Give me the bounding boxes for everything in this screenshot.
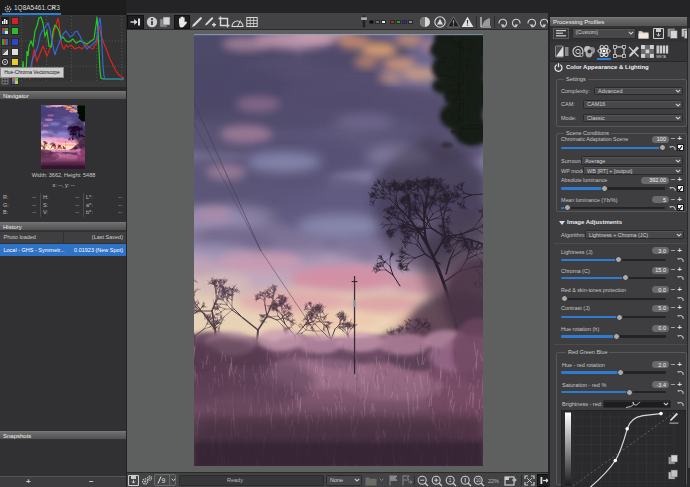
svg-text:9: 9 (162, 477, 166, 484)
svg-text:1: 1 (449, 477, 452, 483)
svg-text:10: 10 (475, 478, 481, 483)
svg-text:META: META (656, 55, 666, 58)
